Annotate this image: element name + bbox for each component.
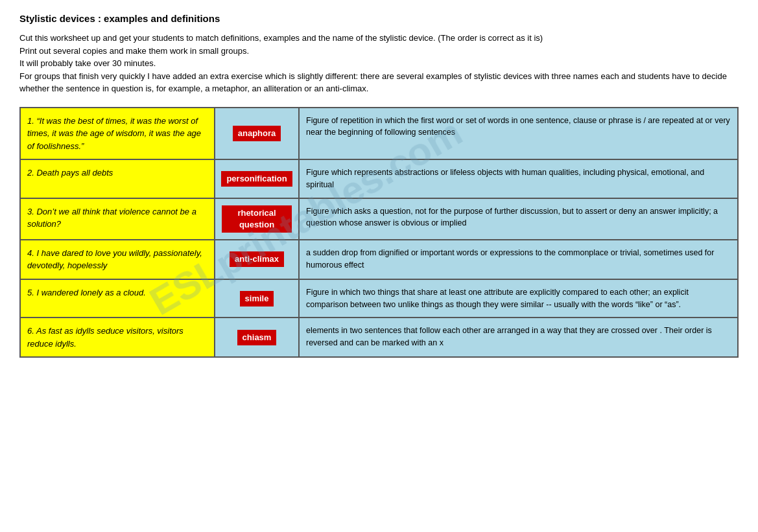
term-badge-3: rhetorical question (222, 205, 292, 233)
example-cell-5: 5. I wandered lonely as a cloud. (21, 280, 215, 318)
intro-line-3: For groups that finish very quickly I ha… (19, 70, 739, 95)
term-badge-1: anaphora (233, 126, 281, 141)
table-row-3: 3. Don’t we all think that violence cann… (21, 199, 737, 240)
term-cell-3: rhetorical question (215, 199, 300, 239)
term-cell-2: personification (215, 160, 300, 198)
table-row-2: 2. Death pays all debtspersonificationFi… (21, 160, 737, 199)
example-cell-4: 4. I have dared to love you wildly, pass… (21, 240, 215, 279)
term-cell-4: anti-climax (215, 240, 300, 279)
intro-line-0: Cut this worksheet up and get your stude… (19, 32, 739, 45)
definition-cell-2: Figure which represents abstractions or … (300, 160, 737, 198)
definition-cell-3: Figure which asks a question, not for th… (300, 199, 737, 239)
definition-cell-5: Figure in which two things that share at… (300, 280, 737, 318)
intro-block: Cut this worksheet up and get your stude… (19, 32, 739, 95)
table-row-1: 1. “It was the best of times, it was the… (21, 108, 737, 161)
term-badge-2: personification (221, 171, 292, 187)
page-title: Stylistic devices : examples and definit… (19, 13, 739, 24)
table-row-4: 4. I have dared to love you wildly, pass… (21, 240, 737, 280)
intro-line-2: It will probably take over 30 minutes. (19, 57, 739, 70)
term-badge-6: chiasm (237, 330, 277, 345)
term-cell-1: anaphora (215, 108, 300, 159)
example-cell-1: 1. “It was the best of times, it was the… (21, 108, 215, 159)
term-cell-6: chiasm (215, 318, 300, 356)
intro-line-1: Print out several copies and make them w… (19, 45, 739, 58)
definition-cell-1: Figure of repetition in which the first … (300, 108, 737, 159)
example-cell-3: 3. Don’t we all think that violence cann… (21, 199, 215, 239)
example-cell-6: 6. As fast as idylls seduce visitors, vi… (21, 318, 215, 356)
main-table: 1. “It was the best of times, it was the… (19, 107, 739, 358)
term-cell-5: simile (215, 280, 300, 318)
definition-cell-6: elements in two sentences that follow ea… (300, 318, 737, 356)
table-row-5: 5. I wandered lonely as a cloud.simileFi… (21, 280, 737, 319)
table-row-6: 6. As fast as idylls seduce visitors, vi… (21, 318, 737, 356)
definition-cell-4: a sudden drop from dignified or importan… (300, 240, 737, 279)
term-badge-4: anti-climax (230, 251, 284, 267)
term-badge-5: simile (240, 291, 274, 306)
example-cell-2: 2. Death pays all debts (21, 160, 215, 198)
